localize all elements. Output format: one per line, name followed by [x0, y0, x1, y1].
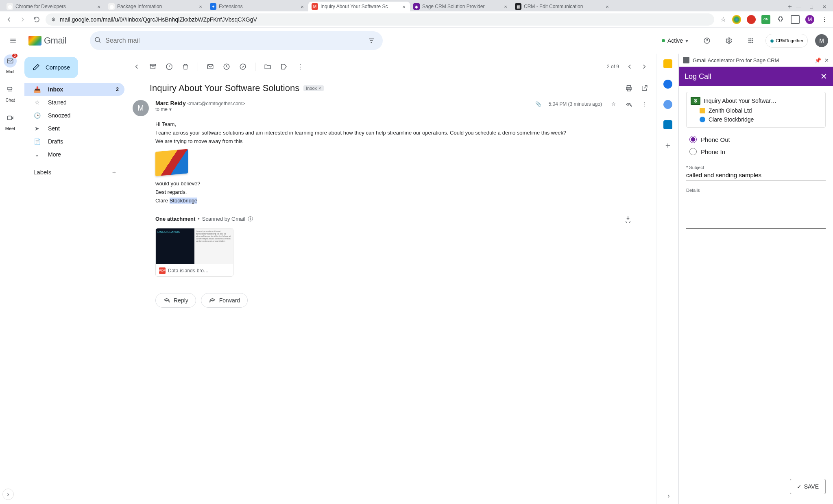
download-all-button[interactable]	[624, 215, 632, 223]
radio-phone-in[interactable]: Phone In	[689, 146, 826, 158]
nav-item-sent[interactable]: ➤Sent	[24, 122, 124, 135]
keep-icon[interactable]	[663, 59, 672, 68]
back-to-inbox-button[interactable]	[133, 63, 141, 71]
settings-button[interactable]	[722, 33, 736, 48]
nav-item-snoozed[interactable]: 🕒Snoozed	[24, 109, 124, 122]
chrome-menu-icon[interactable]: ⋮	[820, 15, 829, 24]
entity-company-row[interactable]: Zenith Global Ltd	[691, 106, 821, 115]
status-chip[interactable]: Active ▾	[658, 34, 692, 47]
add-label-icon[interactable]: ＋	[111, 168, 117, 176]
ext-icon-2[interactable]	[747, 15, 756, 24]
attachment-card[interactable]: DATA ISLANDS Lorem ipsum dolor sit amet …	[155, 228, 233, 277]
tasks-icon[interactable]	[663, 80, 672, 89]
sender-avatar[interactable]: M	[133, 100, 149, 116]
bookmark-star-icon[interactable]: ☆	[718, 15, 728, 24]
spam-button[interactable]	[165, 63, 173, 71]
recipient-line[interactable]: to me ▾	[155, 106, 529, 112]
nav-item-drafts[interactable]: 📄Drafts	[24, 135, 124, 148]
account-avatar[interactable]: M	[815, 34, 828, 47]
chevron-down-icon[interactable]: ▾	[169, 106, 172, 112]
nav-item-inbox[interactable]: 📥Inbox2	[24, 83, 124, 96]
subject-input[interactable]	[686, 170, 826, 180]
message-more-button[interactable]: ⋮	[640, 100, 648, 108]
support-button[interactable]	[700, 33, 714, 48]
forward-button[interactable]: Forward	[201, 293, 248, 308]
search-filter-icon[interactable]	[364, 33, 379, 48]
gmail-logo[interactable]: Gmail	[28, 35, 66, 46]
more-button[interactable]: ⋮	[296, 63, 304, 71]
browser-tab[interactable]: ▦CRM - Edit Communication×	[512, 2, 613, 11]
site-info-icon[interactable]: ⚙	[51, 17, 56, 22]
info-icon[interactable]: ⓘ	[248, 215, 253, 223]
rail-item-mail[interactable]: 2Mail	[0, 54, 20, 74]
radio-phone-in-input[interactable]	[689, 148, 697, 155]
details-textarea[interactable]	[686, 193, 826, 229]
tab-close-icon[interactable]: ×	[96, 4, 102, 9]
close-sidepanel-icon[interactable]: ✕	[824, 57, 829, 63]
nav-item-starred[interactable]: ☆Starred	[24, 96, 124, 109]
tab-close-icon[interactable]: ×	[198, 4, 203, 9]
contacts-icon[interactable]	[663, 100, 672, 109]
move-to-button[interactable]	[264, 63, 272, 71]
address-bar[interactable]: ⚙ mail.google.com/mail/u/0/#inbox/QgrcJH…	[46, 13, 714, 26]
labels-button[interactable]	[280, 63, 288, 71]
print-button[interactable]	[625, 84, 633, 92]
star-message-button[interactable]: ☆	[609, 100, 617, 108]
maximize-icon[interactable]: □	[809, 4, 814, 10]
tab-close-icon[interactable]: ×	[503, 4, 508, 9]
entity-deal-row[interactable]: $ Inquiry About Your Softwar…	[691, 96, 821, 106]
search-icon[interactable]	[94, 36, 101, 45]
expand-addons-button[interactable]: ›	[665, 492, 673, 500]
radio-phone-out-input[interactable]	[689, 136, 697, 143]
radio-phone-out[interactable]: Phone Out	[689, 133, 826, 146]
search-input[interactable]	[105, 37, 360, 44]
add-task-button[interactable]	[239, 63, 247, 71]
pin-icon[interactable]: 📌	[815, 57, 821, 63]
close-logcall-icon[interactable]: ✕	[820, 72, 827, 81]
ext-icon-1[interactable]	[732, 15, 741, 24]
reply-icon-button[interactable]	[625, 100, 633, 108]
tab-close-icon[interactable]: ×	[401, 4, 407, 9]
close-window-icon[interactable]: ✕	[822, 4, 827, 10]
collapse-sidebar-button[interactable]: ›	[2, 489, 14, 500]
snooze-button[interactable]	[222, 63, 231, 71]
search-box[interactable]	[90, 31, 383, 50]
pill-close-icon[interactable]: ×	[318, 86, 321, 91]
mark-unread-button[interactable]	[206, 63, 214, 71]
entity-person-row[interactable]: Clare Stockbridge	[691, 115, 821, 124]
browser-tab[interactable]: ⬤Package Information×	[105, 2, 207, 11]
ext-icon-3[interactable]: ON	[761, 15, 770, 24]
prev-message-button[interactable]	[626, 63, 634, 71]
new-tab-button[interactable]: ＋	[784, 2, 796, 11]
trello-icon[interactable]	[663, 120, 672, 129]
apps-grid-button[interactable]	[744, 33, 758, 48]
save-button[interactable]: ✓ SAVE	[790, 479, 826, 494]
compose-button[interactable]: Compose	[24, 57, 78, 78]
archive-button[interactable]	[149, 63, 157, 71]
add-addon-icon[interactable]: ＋	[663, 141, 672, 150]
open-new-window-button[interactable]	[640, 84, 648, 92]
reload-button[interactable]	[32, 15, 41, 24]
next-message-button[interactable]	[640, 63, 648, 71]
extensions-menu-icon[interactable]	[776, 15, 785, 24]
minimize-icon[interactable]: —	[796, 4, 801, 10]
tab-close-icon[interactable]: ×	[299, 4, 305, 9]
browser-tab[interactable]: ✦Extensions×	[207, 2, 308, 11]
browser-tab[interactable]: MInquiry About Your Software Sc×	[308, 2, 410, 11]
forward-button[interactable]	[18, 15, 28, 24]
back-button[interactable]	[4, 15, 14, 24]
profile-avatar[interactable]: M	[805, 15, 814, 24]
main-menu-button[interactable]	[5, 33, 21, 49]
svg-point-2	[728, 40, 730, 42]
rail-item-chat[interactable]: Chat	[0, 83, 20, 102]
crm-chip[interactable]: ◉ CRMTogether	[765, 34, 808, 48]
reply-button[interactable]: Reply	[155, 293, 196, 308]
browser-tab[interactable]: ⬤Chrome for Developers×	[3, 2, 105, 11]
browser-tab[interactable]: ◆Sage CRM Solution Provider×	[410, 2, 512, 11]
inbox-pill[interactable]: Inbox×	[303, 85, 323, 91]
delete-button[interactable]	[181, 63, 190, 71]
sidepanel-toggle-icon[interactable]	[791, 15, 800, 24]
rail-item-meet[interactable]: Meet	[0, 111, 20, 131]
tab-close-icon[interactable]: ×	[604, 4, 610, 9]
nav-item-more[interactable]: ⌄More	[24, 148, 124, 161]
